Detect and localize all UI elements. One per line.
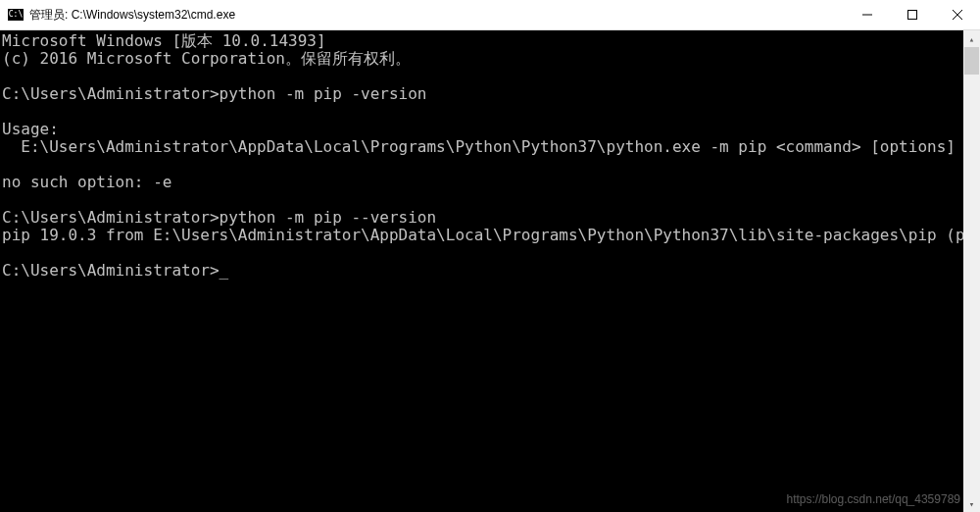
scroll-down-arrow[interactable]: ▾ <box>963 495 980 512</box>
window-controls <box>845 0 980 29</box>
scrollbar-thumb[interactable] <box>964 47 979 75</box>
terminal-line: E:\Users\Administrator\AppData\Local\Pro… <box>2 138 980 156</box>
terminal-line <box>2 244 980 262</box>
svg-rect-1 <box>908 11 917 20</box>
terminal-line: no such option: -e <box>2 174 980 191</box>
terminal-line: Usage: <box>2 121 980 138</box>
terminal-line: C:\Users\Administrator>_ <box>2 262 980 280</box>
window-title: 管理员: C:\Windows\system32\cmd.exe <box>29 7 845 24</box>
terminal-line: C:\Users\Administrator>python -m pip --v… <box>2 209 980 227</box>
terminal-line: (c) 2016 Microsoft Corporation。保留所有权利。 <box>2 50 980 68</box>
terminal-line <box>2 191 980 209</box>
minimize-button[interactable] <box>845 0 890 29</box>
terminal-line <box>2 156 980 174</box>
close-button[interactable] <box>935 0 980 29</box>
window-titlebar: C:\ 管理员: C:\Windows\system32\cmd.exe <box>0 0 980 30</box>
terminal-cursor: _ <box>220 262 229 280</box>
cmd-icon: C:\ <box>8 9 24 21</box>
maximize-button[interactable] <box>890 0 935 29</box>
terminal-line: C:\Users\Administrator>python -m pip -ve… <box>2 85 980 103</box>
terminal-line: Microsoft Windows [版本 10.0.14393] <box>2 32 980 50</box>
terminal-line: pip 19.0.3 from E:\Users\Administrator\A… <box>2 227 980 244</box>
terminal-line <box>2 68 980 85</box>
terminal-output[interactable]: Microsoft Windows [版本 10.0.14393](c) 201… <box>0 30 980 512</box>
vertical-scrollbar[interactable]: ▴ ▾ <box>963 30 980 512</box>
scroll-up-arrow[interactable]: ▴ <box>963 30 980 47</box>
watermark-text: https://blog.csdn.net/qq_4359789 <box>787 492 960 506</box>
terminal-line <box>2 103 980 121</box>
